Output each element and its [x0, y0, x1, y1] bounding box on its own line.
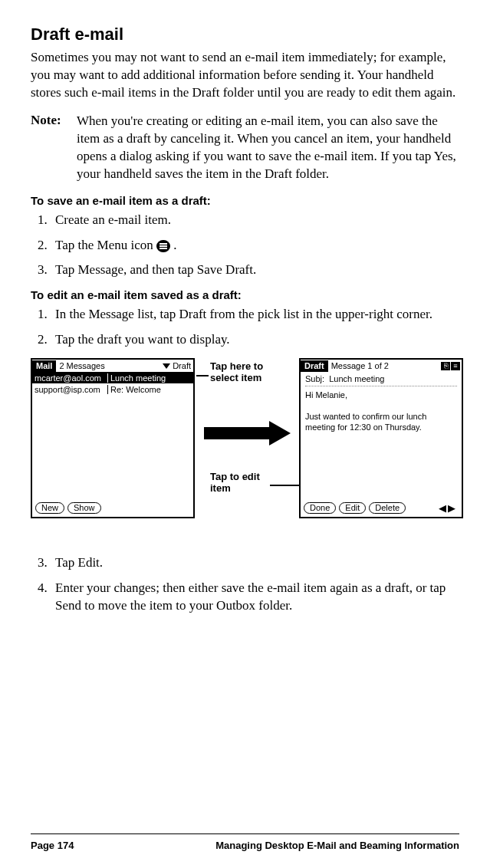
- mail-title-text: 2 Messages: [56, 361, 104, 370]
- mail-titlebar: Mail 2 Messages Draft: [32, 360, 193, 372]
- proc2-step-2: Tap the draft you want to display.: [51, 331, 459, 349]
- show-button[interactable]: Show: [67, 502, 101, 514]
- picklist-label: Draft: [173, 361, 191, 370]
- subject-value: Lunch meeting: [329, 374, 384, 383]
- annotation-line-1: [196, 375, 209, 376]
- draft-buttons: Done Edit Delete: [304, 502, 406, 514]
- figure-area: Mail 2 Messages Draft mcarter@aol.com Lu…: [31, 358, 459, 542]
- footer-rule: [31, 833, 459, 834]
- mail-row-1-subj: Lunch meeting: [108, 373, 166, 383]
- annotation-select-item: Tap here to select item: [210, 361, 271, 383]
- note-label: Note:: [31, 113, 77, 183]
- section-heading: Draft e-mail: [31, 25, 459, 44]
- message-body-area: Subj: Lunch meeting Hi Melanie, Just wan…: [301, 372, 462, 434]
- body-text: Just wanted to confirm our lunch meeting…: [305, 411, 457, 433]
- mail-row-2-from: support@isp.com: [32, 385, 108, 394]
- procedure1-list: Create an e-mail item. Tap the Menu icon…: [31, 212, 459, 280]
- procedure2-heading: To edit an e-mail item saved as a draft:: [31, 288, 459, 301]
- subject-line: Subj: Lunch meeting: [305, 373, 457, 386]
- draft-message-screenshot: Draft Message 1 of 2 ⎘ ≡ Subj: Lunch mee…: [299, 358, 463, 518]
- new-button[interactable]: New: [35, 502, 64, 514]
- draft-titlebar: Draft Message 1 of 2 ⎘ ≡: [301, 360, 462, 372]
- proc1-step-2: Tap the Menu icon .: [51, 237, 459, 255]
- proc2-step-4: Enter your changes; then either save the…: [51, 580, 459, 615]
- draft-title-text: Message 1 of 2: [328, 361, 389, 370]
- edit-button[interactable]: Edit: [339, 502, 366, 514]
- mail-row-2[interactable]: support@isp.com Re: Welcome: [32, 383, 193, 395]
- page-number: Page 174: [31, 840, 74, 851]
- proc2-step-3: Tap Edit.: [51, 554, 459, 572]
- subject-label: Subj:: [305, 374, 324, 383]
- done-button[interactable]: Done: [304, 502, 336, 514]
- page-footer: Page 174 Managing Desktop E-Mail and Bea…: [31, 840, 459, 851]
- title-icons: ⎘ ≡: [441, 362, 460, 370]
- mail-app-tab: Mail: [32, 360, 56, 372]
- delete-button[interactable]: Delete: [369, 502, 406, 514]
- title-icon-2[interactable]: ≡: [451, 362, 460, 370]
- intro-paragraph: Sometimes you may not want to send an e-…: [31, 49, 459, 102]
- mail-row-1-from: mcarter@aol.com: [32, 373, 108, 383]
- chapter-title: Managing Desktop E-Mail and Beaming Info…: [215, 840, 459, 851]
- proc1-step-3: Tap Message, and then tap Save Draft.: [51, 261, 459, 279]
- note-text: When you're creating or editing an e-mai…: [77, 113, 459, 183]
- proc2-step-1: In the Message list, tap Draft from the …: [51, 306, 459, 324]
- title-icon-1[interactable]: ⎘: [441, 362, 450, 370]
- nav-arrows-icon[interactable]: ◀▶: [439, 502, 457, 514]
- mail-row-2-subj: Re: Welcome: [108, 385, 161, 394]
- chevron-down-icon: [163, 363, 170, 369]
- draft-app-tab: Draft: [301, 360, 328, 372]
- procedure1-heading: To save an e-mail item as a draft:: [31, 194, 459, 207]
- arrow-icon: [204, 421, 292, 446]
- annotation-edit-item: Tap to edit item: [210, 472, 271, 494]
- procedure2-list-b: Tap Edit. Enter your changes; then eithe…: [31, 554, 459, 615]
- note-block: Note: When you're creating or editing an…: [31, 113, 459, 183]
- menu-icon: [156, 240, 170, 252]
- mail-list-screenshot: Mail 2 Messages Draft mcarter@aol.com Lu…: [31, 358, 195, 518]
- procedure2-list-a: In the Message list, tap Draft from the …: [31, 306, 459, 349]
- body-greeting: Hi Melanie,: [305, 390, 457, 400]
- proc1-step-2-text: Tap the Menu icon: [55, 238, 156, 252]
- proc1-step-2-suffix: .: [173, 238, 176, 252]
- mail-row-1[interactable]: mcarter@aol.com Lunch meeting: [32, 372, 193, 383]
- mail-buttons: New Show: [35, 502, 101, 514]
- folder-picklist[interactable]: Draft: [163, 361, 191, 370]
- proc1-step-1: Create an e-mail item.: [51, 212, 459, 229]
